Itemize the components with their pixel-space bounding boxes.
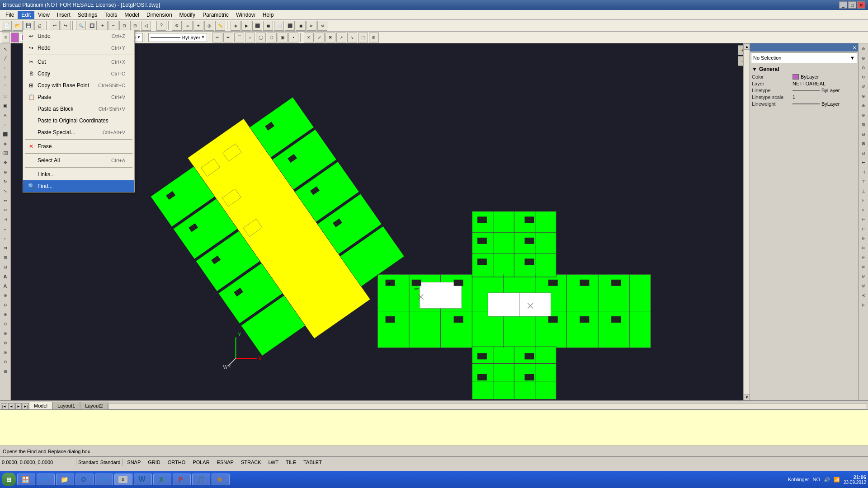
- menu-help[interactable]: Help: [259, 11, 278, 19]
- snap-toolbar-btn[interactable]: ✏: [212, 33, 222, 42]
- modify-btn7[interactable]: ⊞: [369, 33, 379, 42]
- menu-model[interactable]: Model: [121, 11, 143, 19]
- ri-btn4[interactable]: ↻: [859, 73, 868, 82]
- left-array-btn[interactable]: ⊞: [1, 253, 10, 262]
- ri-btn17[interactable]: ⊦: [859, 196, 868, 205]
- selection-dropdown[interactable]: No Selection ▼: [751, 52, 857, 63]
- left-rotate-btn[interactable]: ↻: [1, 177, 10, 186]
- left-tool5[interactable]: ⊚: [1, 329, 10, 338]
- modify-btn6[interactable]: ⬚: [358, 33, 368, 42]
- left-circle-btn[interactable]: ○: [1, 73, 10, 82]
- left-attrib-btn[interactable]: ◈: [1, 139, 10, 148]
- taskbar-app-ie[interactable]: e: [37, 474, 55, 485]
- osnap-button[interactable]: ◎: [204, 21, 214, 31]
- ellipse-btn[interactable]: ◯: [256, 33, 266, 42]
- left-mirror-btn[interactable]: ⇔: [1, 196, 10, 205]
- tab-scroll-first[interactable]: |◄: [1, 403, 7, 409]
- zoom-previous-button[interactable]: ◁: [141, 21, 151, 31]
- left-scale-btn[interactable]: ⤡: [1, 187, 10, 196]
- draw-toolbar-btn[interactable]: ✒: [223, 33, 233, 42]
- tab-scroll-prev[interactable]: ◄: [8, 403, 14, 409]
- ri-btn15[interactable]: ⊤: [859, 177, 868, 186]
- left-dim-btn[interactable]: ↔: [1, 120, 10, 129]
- esnap-button[interactable]: ESNAP: [214, 459, 236, 466]
- taskbar-app-ie2[interactable]: e: [95, 474, 113, 485]
- menu-paste-special-item[interactable]: Paste Special... Ctrl+Alt+V: [23, 127, 134, 138]
- save-button[interactable]: 💾: [24, 21, 33, 31]
- tab-layout1[interactable]: Layout1: [52, 402, 80, 409]
- ri-btn19[interactable]: ⊨: [859, 215, 868, 224]
- left-offset-btn[interactable]: ⇉: [1, 244, 10, 253]
- hatch-btn[interactable]: ▣: [278, 33, 288, 42]
- vertical-scrollbar[interactable]: ▲ ▼: [743, 43, 750, 400]
- ri-btn9[interactable]: ⊞: [859, 120, 868, 129]
- extra-btn1[interactable]: ◈: [231, 21, 241, 31]
- ri-btn28[interactable]: ⊱: [859, 300, 868, 310]
- modify-btn1[interactable]: ✕: [304, 33, 314, 42]
- ri-btn14[interactable]: ⊣: [859, 168, 868, 177]
- extra-btn2[interactable]: ▶: [241, 21, 251, 31]
- left-line-btn[interactable]: ╱: [1, 54, 10, 63]
- left-tool9[interactable]: ⊞: [1, 367, 10, 376]
- ri-btn23[interactable]: ⊬: [859, 253, 868, 262]
- menu-links-item[interactable]: Links...: [23, 169, 134, 180]
- horizontal-scrollbar[interactable]: [108, 403, 867, 409]
- taskbar-app-word[interactable]: W: [134, 474, 152, 485]
- taskbar-app-folder[interactable]: 📁: [56, 474, 74, 485]
- collapse-icon[interactable]: ▼: [752, 66, 757, 72]
- lineweight-selector[interactable]: ByLayer ▼: [148, 33, 207, 42]
- left-erase-btn[interactable]: ⌫: [1, 149, 10, 158]
- new-file-button[interactable]: 📄: [2, 21, 12, 31]
- left-tool2[interactable]: ⊖: [1, 300, 10, 310]
- left-hatch-btn[interactable]: ▣: [1, 101, 10, 110]
- taskbar-app-ppt[interactable]: P: [173, 474, 191, 485]
- panel-close-button[interactable]: ✕: [853, 45, 856, 50]
- polyline-btn[interactable]: ⬡: [267, 33, 277, 42]
- menu-paste-block-item[interactable]: Paste as Block Ctrl+Shift+V: [23, 103, 134, 115]
- menu-undo-item[interactable]: ↩ Undo Ctrl+Z: [23, 30, 134, 42]
- arc-btn[interactable]: ⌒: [234, 33, 244, 42]
- tab-model[interactable]: Model: [29, 402, 52, 409]
- redo-button[interactable]: ↪: [61, 21, 71, 31]
- left-trim-btn[interactable]: ✂: [1, 206, 10, 215]
- menu-dimension[interactable]: Dimension: [143, 11, 176, 19]
- taskbar-app-other[interactable]: ★: [212, 474, 230, 485]
- print-button[interactable]: 🖨: [34, 21, 44, 31]
- left-table-btn[interactable]: ⊟: [1, 263, 10, 272]
- strack-button[interactable]: STRACK: [238, 459, 264, 466]
- menu-copy-base-item[interactable]: ⊞ Copy with Base Point Ctrl+Shift+C: [23, 80, 134, 91]
- menu-settings[interactable]: Settings: [74, 11, 101, 19]
- left-tool4[interactable]: ⊙: [1, 319, 10, 328]
- modify-btn3[interactable]: ✖: [326, 33, 335, 42]
- zoom-window-button[interactable]: 🔲: [87, 21, 97, 31]
- menu-selectall-item[interactable]: Select All Ctrl+A: [23, 155, 134, 166]
- menu-modify[interactable]: Modify: [176, 11, 199, 19]
- menu-copy-item[interactable]: ⎘ Copy Ctrl+C: [23, 68, 134, 80]
- ri-btn3[interactable]: ⊙: [859, 63, 868, 72]
- layer-manager-button[interactable]: ≡: [183, 21, 193, 31]
- left-polyline-btn[interactable]: ⌐: [1, 63, 10, 72]
- ri-btn26[interactable]: ⊯: [859, 282, 868, 291]
- menu-paste-orig-item[interactable]: Paste to Original Coordinates: [23, 115, 134, 127]
- lwt-button[interactable]: LWT: [266, 459, 281, 466]
- zoom-all-button[interactable]: ⊡: [119, 21, 129, 31]
- tab-layout2[interactable]: Layout2: [80, 402, 108, 409]
- grid-button[interactable]: GRID: [145, 459, 163, 466]
- zoom-extents-button[interactable]: ⊞: [130, 21, 140, 31]
- modify-btn4[interactable]: ↗: [336, 33, 346, 42]
- extra-btn3[interactable]: ⬛: [252, 21, 262, 31]
- minimize-button[interactable]: _: [839, 1, 847, 9]
- ri-btn7[interactable]: ⊚: [859, 101, 868, 110]
- menu-view[interactable]: View: [34, 11, 53, 19]
- menu-redo-item[interactable]: ↪ Redo Ctrl+Y: [23, 42, 134, 54]
- dot-btn[interactable]: •: [288, 33, 298, 42]
- open-file-button[interactable]: 📂: [13, 21, 23, 31]
- tab-scroll-next[interactable]: ►: [15, 403, 22, 409]
- extra-btn5[interactable]: ⬜: [274, 21, 284, 31]
- help-button[interactable]: ?: [156, 21, 166, 31]
- left-tool1[interactable]: ⊕: [1, 291, 10, 300]
- left-copy-btn[interactable]: ⊕: [1, 168, 10, 177]
- menu-edit[interactable]: Edit: [18, 11, 34, 19]
- volume-icon[interactable]: 🔊: [824, 477, 830, 483]
- ri-btn6[interactable]: ⊗: [859, 92, 868, 101]
